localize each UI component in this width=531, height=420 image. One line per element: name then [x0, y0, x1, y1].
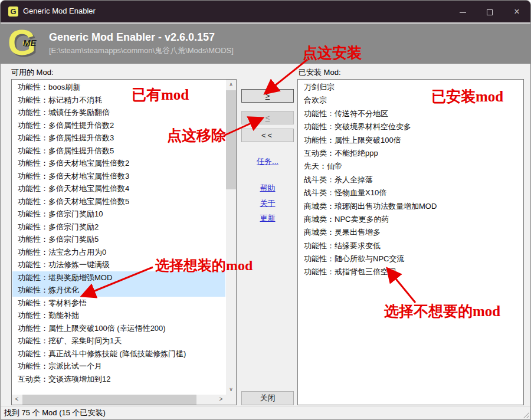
scroll-down-icon[interactable]: ∨	[226, 385, 236, 395]
mod-list-item[interactable]: 战斗类：杀人全掉落	[299, 173, 522, 186]
annotation-install-here: 点这安装	[303, 43, 362, 63]
remove-all-mods-button[interactable]: <<	[241, 129, 294, 142]
mod-list-item[interactable]: 互动类：不能拒绝ppp	[299, 147, 522, 160]
tasks-link[interactable]: 任务...	[241, 156, 294, 167]
mod-list-item[interactable]: 商城类：NPC卖更多的药	[299, 213, 522, 226]
close-window-button[interactable]: ×	[503, 1, 530, 22]
mod-list-item[interactable]: 功能性：多倍宗门奖励10	[12, 208, 225, 221]
scrollbar-corner	[226, 395, 236, 405]
mod-list-item[interactable]: 功能性：真正战斗中修炼技能 (降低技能修炼门槛)	[12, 347, 225, 360]
mod-list-item[interactable]: 功能性：多倍天材地宝属性倍数3	[12, 170, 225, 183]
mod-list-item[interactable]: 功能性：属性上限突破100倍	[299, 134, 522, 147]
about-link[interactable]: 关于	[241, 198, 294, 209]
mod-list-item[interactable]: 功能性：零材料参悟	[12, 297, 225, 310]
app-header: G ME Generic Mod Enabler - v2.6.0.157 [E…	[1, 22, 530, 64]
remove-arrow-icon: <	[266, 113, 270, 122]
annotation-select-unwanted: 选择不想要的mod	[384, 301, 500, 321]
mod-list-item[interactable]: 功能性：属性上限突破100倍 (幸运悟性200)	[12, 322, 225, 335]
mod-list-item[interactable]: 战斗类：怪物血量X10倍	[299, 186, 522, 199]
app-window: G Generic Mod Enabler × G ME Generic Mod…	[0, 0, 531, 420]
scroll-up-icon[interactable]: ∧	[226, 80, 236, 90]
vertical-scrollbar[interactable]: ∧ ∨	[226, 80, 236, 395]
horizontal-scroll-thumb[interactable]	[22, 395, 196, 405]
install-arrow-icon: >	[266, 91, 270, 100]
mod-list-item[interactable]: 功能性：宗派比试一个月	[12, 360, 225, 373]
remove-all-arrows-icon: <<	[261, 131, 274, 140]
mod-list-item[interactable]: 功能性：传送符不分地区	[299, 107, 522, 120]
installed-mods-label: 已安装 Mod:	[299, 67, 341, 78]
mod-list-item[interactable]: 功能性：boos刷新	[12, 81, 225, 94]
annotation-remove-here: 点这移除	[167, 126, 226, 145]
logo-me-letters: ME	[23, 38, 37, 48]
mod-list-item[interactable]: 功能性：多倍宗门奖励5	[12, 233, 225, 246]
app-icon: G	[8, 6, 18, 17]
resize-grip[interactable]	[523, 412, 529, 418]
available-mods-label: 可用的 Mod:	[11, 67, 54, 78]
window-title: Generic Mod Enabler	[23, 6, 96, 15]
minimize-icon	[460, 12, 466, 13]
installed-mods-list: 万剑归宗合欢宗功能性：传送符不分地区功能性：突破境界材料空位变多功能性：属性上限…	[297, 79, 524, 405]
mod-list-item[interactable]: 功能性：炼丹优化	[12, 284, 225, 297]
app-title-version: Generic Mod Enabler - v2.6.0.157	[49, 31, 215, 44]
minimize-button[interactable]	[449, 1, 476, 22]
update-link[interactable]: 更新	[241, 213, 294, 224]
mod-list-item[interactable]: 功能性：随心所欲与NPC交流	[299, 252, 522, 265]
maximize-button[interactable]	[476, 1, 503, 22]
mod-list-item[interactable]: 功能性：戒指背包三倍空间	[299, 265, 522, 278]
mod-list-item[interactable]: 功能性：城镇任务奖励翻倍	[12, 106, 225, 119]
mod-list-item[interactable]: 商城类：琅琊阁出售功法数量增加MOD	[299, 200, 522, 213]
mod-list-item[interactable]: 功能性：多倍宗门奖励2	[12, 221, 225, 234]
mod-list-item[interactable]: 功能性：挖矿、采集时间为1天	[12, 334, 225, 347]
gme-logo: G ME	[8, 25, 43, 64]
mods-folder-path: [E:\steam\steamapps\common\鬼谷八荒\Mods\MOD…	[49, 45, 234, 56]
mod-list-item[interactable]: 先天：仙帝	[299, 160, 522, 173]
maximize-icon	[487, 9, 493, 15]
close-button[interactable]: 关闭	[241, 391, 294, 405]
vertical-scroll-thumb[interactable]	[226, 90, 236, 189]
scroll-left-icon[interactable]: <	[12, 395, 22, 405]
titlebar: G Generic Mod Enabler ×	[1, 1, 530, 22]
horizontal-scrollbar[interactable]: < >	[12, 395, 226, 405]
mod-list-item[interactable]: 商城类：灵果出售增多	[299, 226, 522, 239]
mod-list-item[interactable]: 功能性：标记精力不消耗	[12, 94, 225, 107]
status-bar: 找到 75 个 Mod (15 个已安装)	[1, 406, 530, 419]
annotation-installed-mods: 已安装mod	[431, 87, 503, 106]
remove-mod-button[interactable]: <	[241, 111, 294, 124]
scroll-right-icon[interactable]: >	[216, 395, 226, 405]
help-link[interactable]: 帮助	[241, 183, 294, 193]
mod-list-item[interactable]: 功能性：勤能补拙	[12, 309, 225, 322]
annotation-existing-mods: 已有mod	[132, 85, 189, 104]
mod-list-item[interactable]: 功能性：多倍天材地宝属性倍数2	[12, 157, 225, 170]
annotation-select-wanted: 选择想装的mod	[155, 256, 253, 275]
status-text: 找到 75 个 Mod (15 个已安装)	[4, 408, 106, 417]
mod-list-item[interactable]: 互动类：交谈选项增加到12	[12, 373, 225, 386]
mod-list-item[interactable]: 功能性：多倍天材地宝属性倍数4	[12, 182, 225, 195]
mod-list-item[interactable]: 功能性：多倍天材地宝属性倍数5	[12, 195, 225, 208]
mod-list-item[interactable]: 功能性：结缘要求变低	[299, 239, 522, 252]
install-mod-button[interactable]: >	[241, 89, 294, 103]
mod-list-item[interactable]: 功能性：突破境界材料空位变多	[299, 120, 522, 133]
mod-list-item[interactable]: 功能性：多倍属性提升倍数5	[12, 145, 225, 158]
